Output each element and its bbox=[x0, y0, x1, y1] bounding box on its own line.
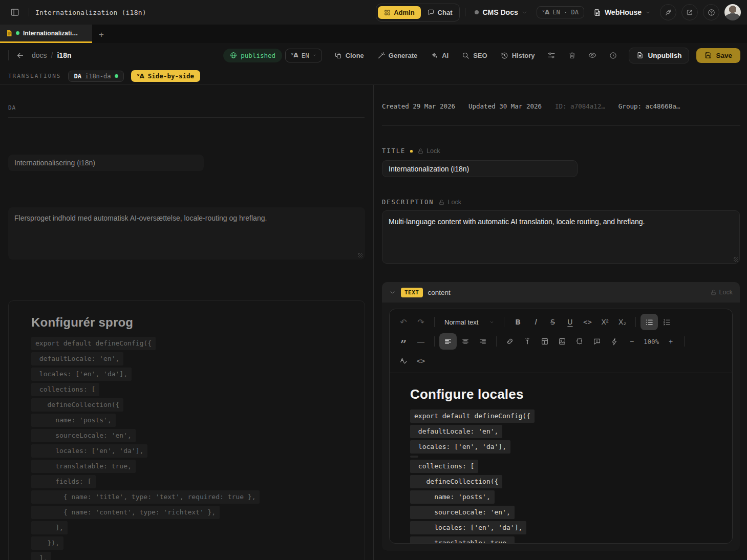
open-external-button[interactable] bbox=[681, 4, 698, 20]
puzzle-icon bbox=[575, 337, 584, 346]
options-button[interactable] bbox=[543, 47, 560, 63]
image-button[interactable] bbox=[553, 333, 571, 350]
bold-button[interactable]: B bbox=[509, 314, 526, 330]
locale-selector[interactable]: ˣA EN bbox=[285, 49, 322, 62]
help-button[interactable] bbox=[703, 4, 719, 20]
ai-label: AI bbox=[442, 52, 449, 59]
side-by-side-button[interactable]: ˣA Side-by-side bbox=[131, 70, 201, 82]
da-title-input[interactable] bbox=[8, 155, 204, 171]
topbar-locales-badge[interactable]: ˣA EN · DA bbox=[537, 6, 584, 18]
inline-code-button[interactable]: <> bbox=[579, 314, 596, 330]
link-icon bbox=[506, 337, 514, 346]
chat-label: Chat bbox=[438, 9, 453, 16]
redo-button[interactable]: ↷ bbox=[412, 314, 430, 330]
da-content-preview[interactable]: Konfigurér sprog export default defineCo… bbox=[8, 300, 365, 560]
align-center-button[interactable] bbox=[457, 333, 474, 350]
ai-button[interactable]: AI bbox=[425, 48, 454, 63]
breadcrumb-current: i18n bbox=[57, 51, 71, 59]
toolbar-separator bbox=[684, 336, 685, 347]
back-button[interactable] bbox=[14, 49, 27, 62]
table-icon bbox=[541, 337, 549, 346]
save-label: Save bbox=[716, 52, 732, 59]
align-center-icon bbox=[461, 337, 469, 346]
description-lock-button[interactable]: Lock bbox=[438, 199, 461, 206]
description-field-label: DESCRIPTION bbox=[382, 199, 434, 206]
table-button[interactable] bbox=[536, 333, 553, 350]
content-section-header[interactable]: TEXT content Lock bbox=[382, 282, 740, 303]
admin-button[interactable]: Admin bbox=[378, 6, 420, 19]
zoom-in-button[interactable]: + bbox=[662, 333, 679, 350]
copy-icon bbox=[334, 52, 342, 59]
new-tab-button[interactable]: + bbox=[92, 26, 111, 43]
launch-button[interactable] bbox=[660, 4, 676, 20]
code-line: }), bbox=[31, 536, 63, 550]
align-right-button[interactable] bbox=[474, 333, 492, 350]
translate-icon: ˣA bbox=[291, 52, 298, 58]
zoom-out-button[interactable]: − bbox=[623, 333, 641, 350]
save-button[interactable]: Save bbox=[696, 48, 740, 63]
feedback-button[interactable] bbox=[588, 333, 606, 350]
topbar-divider bbox=[465, 8, 465, 16]
subscript-icon: X₂ bbox=[618, 318, 626, 326]
link-button[interactable] bbox=[501, 333, 519, 350]
rte-row-2: ” — bbox=[395, 332, 727, 351]
highlight-torch-button[interactable] bbox=[519, 333, 536, 350]
translation-pane-da: DA Flersproget indhold med automatisk AI… bbox=[0, 85, 374, 560]
seo-button[interactable]: SEO bbox=[457, 48, 492, 63]
delete-button[interactable] bbox=[563, 47, 581, 63]
history-button[interactable]: History bbox=[496, 48, 540, 63]
strikethrough-button[interactable]: S bbox=[544, 314, 561, 330]
blockquote-button[interactable]: ” bbox=[395, 333, 412, 350]
save-icon bbox=[705, 52, 712, 59]
topbar-divider bbox=[29, 8, 29, 16]
translation-chip-da[interactable]: DA i18n-da bbox=[68, 71, 123, 82]
tab-internationalization[interactable]: Internationalizati… bbox=[0, 25, 92, 43]
content-lock-button[interactable]: Lock bbox=[710, 289, 733, 296]
document-meta: Created 29 Mar 2026 Updated 30 Mar 2026 … bbox=[382, 102, 740, 110]
strikethrough-icon: S bbox=[550, 318, 555, 326]
paragraph-style-select[interactable]: Normal text bbox=[439, 318, 499, 326]
translation-status-dot bbox=[115, 74, 118, 78]
side-by-side-label: Side-by-side bbox=[148, 72, 194, 80]
document-icon bbox=[6, 30, 12, 37]
search-icon bbox=[462, 52, 469, 59]
caret-down-icon bbox=[312, 53, 316, 57]
sidebar-toggle-button[interactable] bbox=[7, 5, 23, 20]
schedule-button[interactable] bbox=[604, 47, 622, 63]
description-textarea[interactable]: Multi-language content with automatic AI… bbox=[382, 210, 740, 264]
lock-open-icon bbox=[417, 148, 424, 155]
workspace-selector[interactable]: CMS Docs bbox=[471, 6, 531, 18]
subscript-button[interactable]: X₂ bbox=[613, 314, 631, 330]
align-left-button[interactable] bbox=[439, 333, 457, 350]
org-selector[interactable]: WebHouse bbox=[589, 6, 655, 18]
user-avatar[interactable] bbox=[724, 4, 741, 20]
undo-button[interactable]: ↶ bbox=[395, 314, 412, 330]
unpublish-button[interactable]: Unpublish bbox=[629, 48, 689, 63]
title-lock-button[interactable]: Lock bbox=[417, 147, 440, 155]
superscript-button[interactable]: X² bbox=[596, 314, 613, 330]
shortcut-bolt-button[interactable] bbox=[606, 333, 623, 350]
collapse-chevron-icon[interactable] bbox=[389, 289, 396, 296]
meta-created: Created 29 Mar 2026 bbox=[382, 102, 455, 110]
spellcheck-button[interactable] bbox=[395, 353, 412, 369]
underline-button[interactable]: U bbox=[561, 314, 579, 330]
generate-button[interactable]: Generate bbox=[372, 48, 422, 63]
da-description-textarea[interactable]: Flersproget indhold med automatisk AI-ov… bbox=[8, 207, 365, 260]
paragraph-style-value: Normal text bbox=[444, 318, 478, 326]
code-block-button[interactable]: <> bbox=[412, 353, 430, 369]
breadcrumb-separator: / bbox=[51, 51, 53, 59]
title-input[interactable] bbox=[382, 160, 578, 177]
breadcrumb-docs[interactable]: docs bbox=[32, 51, 47, 59]
bullet-list-button[interactable] bbox=[641, 314, 658, 330]
chat-button[interactable]: Chat bbox=[422, 6, 458, 19]
numbered-list-button[interactable] bbox=[658, 314, 675, 330]
clone-button[interactable]: Clone bbox=[329, 48, 369, 63]
spellcheck-icon bbox=[399, 357, 408, 365]
italic-icon: I bbox=[534, 317, 536, 327]
preview-button[interactable] bbox=[584, 47, 601, 63]
embed-puzzle-button[interactable] bbox=[571, 333, 588, 350]
horizontal-rule-button[interactable]: — bbox=[412, 333, 430, 350]
richtext-content[interactable]: Configure locales export default defineC… bbox=[390, 373, 732, 543]
italic-button[interactable]: I bbox=[526, 314, 544, 330]
bold-icon: B bbox=[515, 318, 521, 326]
